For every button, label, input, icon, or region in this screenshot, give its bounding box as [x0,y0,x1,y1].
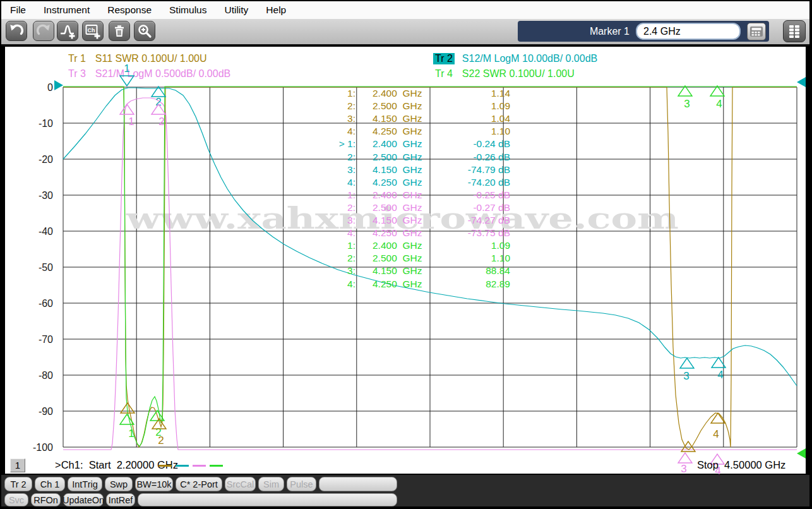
marker-frequency-input[interactable] [636,23,741,40]
trace-number-tr4[interactable]: Tr 4 [433,68,455,80]
marker-row-label: 1: [316,87,355,100]
marker-row-label: 2: [316,151,355,164]
channel-badge: 1 [10,458,25,472]
marker-row-label: 3: [316,112,355,125]
softkey-intref[interactable]: IntRef [106,493,135,506]
marker-panel-label: Marker 1 [590,26,630,37]
softkey-updateon[interactable]: UpdateOn [63,493,104,506]
marker-row-value: -74.27 dB [436,214,510,227]
softkey-empty[interactable] [319,477,397,491]
marker-row-label: 1: [316,239,355,252]
softkey-srccal[interactable]: SrcCal [225,477,256,491]
menu-stimulus[interactable]: Stimulus [160,4,215,16]
swatch-tr2 [176,465,189,467]
menu-instrument[interactable]: Instrument [35,4,99,16]
softkey-panel-icon[interactable] [783,20,806,42]
marker-row-value: 88.84 [436,265,510,277]
keypad-icon[interactable] [747,23,766,40]
marker-row-value: 1.10 [436,125,510,138]
softkey-swp[interactable]: Swp [105,477,133,491]
softkey-bw-10k[interactable]: BW=10k [135,477,173,491]
marker-row-label: 3: [316,265,355,277]
marker-row-label: 1: [316,189,355,201]
menubar: FileInstrumentResponseStimulusUtilityHel… [1,1,809,19]
trace-title-tr3[interactable]: Tr 3S21/M LogM 0.500dB/ 0.00dB [66,68,230,80]
marker-row-label: 2: [316,252,355,265]
marker-row-label: 4: [316,176,355,189]
trace-title-tr1[interactable]: Tr 1S11 SWR 0.100U/ 1.00U [66,53,207,64]
marker-row-label: 4: [316,227,355,239]
marker-row-value: -0.27 dB [436,201,510,214]
marker-row-label: 3: [316,214,355,227]
softkey-empty[interactable] [138,493,397,506]
redo-icon[interactable] [33,21,54,41]
marker-row-value: 1.14 [436,87,510,100]
marker-row-label: 3: [316,164,355,176]
svg-text:Ch: Ch [88,27,95,33]
channel-stop-status: Stop 4.50000 GHz [697,459,785,471]
marker-row-value: -0.24 dB [436,138,510,150]
marker-row-label: 2: [316,100,355,112]
swatch-tr1 [158,465,172,467]
softkey-inttrig[interactable]: IntTrig [68,477,102,491]
vna-application-window: FileInstrumentResponseStimulusUtilityHel… [0,0,812,509]
trace-format-tr2: S12/M LogM 10.00dB/ 0.00dB [462,53,597,64]
marker-row-value: 1.09 [436,239,510,252]
add-trace-icon[interactable] [57,21,78,41]
marker-row-value: -74.79 dB [436,164,510,176]
marker-row-label: 4: [316,125,355,138]
marker-row-value: 1.04 [436,112,510,125]
softkey-rfon[interactable]: RFOn [31,493,61,506]
softkey-c-2-port[interactable]: C* 2-Port [176,477,222,491]
menu-utility[interactable]: Utility [215,4,257,16]
menu-help[interactable]: Help [257,4,295,16]
trace-number-tr1[interactable]: Tr 1 [66,53,88,64]
swatch-tr4 [210,465,223,467]
softkey-status-bar: Tr 2Ch 1IntTrigSwpBW=10kC* 2-PortSrcCalS… [1,475,809,506]
trace-number-tr2[interactable]: Tr 2 [433,53,455,64]
marker-row-value: -0.26 dB [436,151,510,164]
trace-format-tr3: S21/M LogM 0.500dB/ 0.00dB [95,68,230,80]
marker-row-label: 4: [316,278,355,290]
trace-format-tr4: S22 SWR 0.100U/ 1.00U [462,68,575,80]
swatch-tr3 [193,465,206,467]
marker-row-label: > 1: [316,138,355,150]
marker-row-value: -74.20 dB [436,176,510,189]
trace-format-tr1: S11 SWR 0.100U/ 1.00U [95,53,207,64]
marker-row-value: 82.89 [436,278,510,290]
menu-response[interactable]: Response [99,4,160,16]
softkey-sim[interactable]: Sim [258,477,284,491]
delete-icon[interactable] [109,21,130,41]
toolbar: Ch Marker 1 [1,19,809,46]
marker-panel: Marker 1 [518,21,769,42]
marker-row-value: 1.10 [436,252,510,265]
undo-icon[interactable] [6,21,27,41]
trace-title-tr4[interactable]: Tr 4S22 SWR 0.100U/ 1.00U [433,68,575,80]
trace-number-tr3[interactable]: Tr 3 [66,68,88,80]
menu-file[interactable]: File [6,4,35,16]
marker-row-value: 1.09 [436,100,510,112]
softkey-tr-2[interactable]: Tr 2 [4,477,32,491]
softkey-pulse[interactable]: Pulse [287,477,316,491]
marker-row-label: 2: [316,201,355,214]
marker-row-value: -73.75 dB [436,227,510,239]
add-channel-icon[interactable]: Ch [82,21,104,41]
trace-title-tr2[interactable]: Tr 2S12/M LogM 10.00dB/ 0.00dB [433,53,597,64]
marker-row-value: -0.25 dB [436,189,510,201]
softkey-ch-1[interactable]: Ch 1 [35,477,65,491]
zoom-icon[interactable] [134,21,155,41]
softkey-svc[interactable]: Svc [4,493,28,506]
